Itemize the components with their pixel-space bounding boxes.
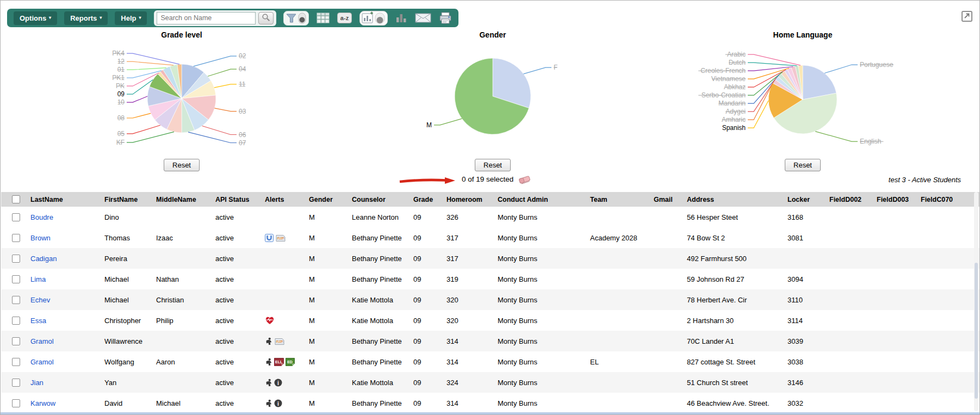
cell-address: 827 cottage St. Street <box>684 351 784 372</box>
cell-first: Willawrence <box>101 331 153 351</box>
print-icon[interactable] <box>439 12 452 24</box>
mail-icon[interactable] <box>415 13 431 23</box>
cell-homeroom: 314 <box>443 351 494 372</box>
figure-alert-icon[interactable] <box>265 399 272 407</box>
expand-window-button[interactable] <box>962 11 972 22</box>
student-link[interactable]: Echev <box>30 296 50 304</box>
student-link[interactable]: Jian <box>30 379 44 387</box>
info-alert-icon[interactable]: i <box>274 379 282 387</box>
cell-last: Brown <box>27 227 101 248</box>
flep-icon[interactable]: FLEP <box>275 234 286 242</box>
row-checkbox[interactable] <box>12 358 20 366</box>
scrollbar-thumb[interactable] <box>975 263 978 399</box>
options-menu-button[interactable]: Options ▾ <box>14 11 57 25</box>
reset-gender-button[interactable]: Reset <box>475 159 511 171</box>
column-header-last[interactable]: LastName <box>27 192 101 207</box>
svg-text:i: i <box>277 400 279 406</box>
filter-toggle-icon[interactable] <box>283 11 309 26</box>
bar-chart-icon[interactable] <box>395 13 407 23</box>
column-header-conduct_admin[interactable]: Conduct Admin <box>494 192 587 207</box>
red-arrow-indicator <box>399 177 456 187</box>
table-row: GramolWolfgangAaronactiveELLEDMBethany P… <box>1 351 980 372</box>
column-header-team[interactable]: Team <box>587 192 650 207</box>
table-grid-icon[interactable] <box>317 13 330 23</box>
cell-counselor: Bethany Pinette <box>349 351 410 372</box>
cell-fieldc070 <box>917 372 980 393</box>
student-link[interactable]: Brown <box>30 234 51 242</box>
column-header-middle[interactable]: MiddleName <box>153 192 212 207</box>
help-menu-button[interactable]: Help ▾ <box>115 11 147 25</box>
row-checkbox[interactable] <box>12 317 20 325</box>
reset-grade-level-button[interactable]: Reset <box>164 159 200 171</box>
row-checkbox[interactable] <box>12 234 20 242</box>
student-link[interactable]: Karwow <box>30 399 55 407</box>
sort-az-icon[interactable]: a-z <box>337 13 352 23</box>
column-header-locker[interactable]: Locker <box>784 192 826 207</box>
cell-last: Lima <box>27 269 101 289</box>
figure-alert-icon[interactable] <box>265 379 272 387</box>
reports-menu-button[interactable]: Reports ▾ <box>64 11 108 25</box>
student-link[interactable]: Cadigan <box>30 255 57 263</box>
cell-first: Thomas <box>101 227 153 248</box>
row-checkbox[interactable] <box>12 213 20 221</box>
figure-alert-icon[interactable] <box>265 358 272 366</box>
column-header-fieldc070[interactable]: FieldC070 <box>917 192 980 207</box>
cell-counselor: Katie Mottola <box>349 310 410 331</box>
column-header-grade[interactable]: Grade <box>410 192 443 207</box>
cell-gmail <box>650 351 684 372</box>
pie-label-m[interactable]: M <box>426 121 432 129</box>
pie-label-09[interactable]: 09 <box>117 90 125 98</box>
flep-icon[interactable]: FLEP <box>274 337 285 345</box>
cell-locker <box>784 248 826 269</box>
cell-locker: 3114 <box>784 310 826 331</box>
cell-api_status: active <box>212 207 262 227</box>
student-link[interactable]: Gramol <box>30 337 54 345</box>
column-header-counselor[interactable]: Counselor <box>349 192 410 207</box>
cell-conduct_admin: Monty Burns <box>494 331 587 351</box>
column-header-homeroom[interactable]: Homeroom <box>443 192 494 207</box>
cell-grade: 09 <box>410 351 443 372</box>
pie-label-spanish[interactable]: Spanish <box>722 124 746 132</box>
figure-alert-icon[interactable] <box>265 337 272 345</box>
row-checkbox[interactable] <box>12 255 20 263</box>
cell-locker: 3032 <box>784 393 826 413</box>
search-input[interactable] <box>157 12 256 24</box>
chart-add-toggle-icon[interactable] <box>359 11 388 26</box>
select-all-checkbox[interactable] <box>12 195 20 203</box>
info-alert-icon[interactable]: i <box>274 399 282 407</box>
ell-badge-icon[interactable]: ELL <box>274 358 284 366</box>
column-header-first[interactable]: FirstName <box>101 192 153 207</box>
row-checkbox[interactable] <box>12 296 20 304</box>
cell-conduct_admin: Monty Burns <box>494 310 587 331</box>
cell-select <box>1 393 27 413</box>
ed-badge-icon[interactable]: ED <box>286 358 295 366</box>
medical-alert-icon[interactable] <box>265 316 275 325</box>
reset-home-language-button[interactable]: Reset <box>785 159 821 171</box>
cell-first: Michael <box>101 269 153 289</box>
eraser-icon[interactable] <box>518 175 531 187</box>
column-header-fieldd003[interactable]: FieldD003 <box>873 192 917 207</box>
cell-fieldc070 <box>917 207 980 227</box>
table-row: CadiganPereiraactiveMBethany Pinette0931… <box>1 248 980 269</box>
column-header-alerts[interactable]: Alerts <box>262 192 306 207</box>
column-header-api_status[interactable]: API Status <box>212 192 262 207</box>
student-link[interactable]: Lima <box>30 275 46 283</box>
cell-conduct_admin: Monty Burns <box>494 372 587 393</box>
row-checkbox[interactable] <box>12 275 20 283</box>
column-header-gender[interactable]: Gender <box>306 192 349 207</box>
cell-conduct_admin: Monty Burns <box>494 351 587 372</box>
row-checkbox[interactable] <box>12 379 20 387</box>
selection-status-text: 0 of 19 selected <box>462 175 513 183</box>
column-header-address[interactable]: Address <box>684 192 784 207</box>
student-link[interactable]: Gramol <box>30 358 54 366</box>
row-checkbox[interactable] <box>12 399 20 407</box>
column-header-fieldd002[interactable]: FieldD002 <box>826 192 873 207</box>
student-link[interactable]: Boudre <box>30 213 53 221</box>
cell-fieldd002 <box>826 289 873 310</box>
column-header-gmail[interactable]: Gmail <box>650 192 684 207</box>
vertical-scrollbar[interactable] <box>974 192 978 411</box>
search-button[interactable] <box>258 12 274 24</box>
student-link[interactable]: Essa <box>30 317 46 325</box>
u-alert-icon[interactable] <box>265 234 274 242</box>
row-checkbox[interactable] <box>12 337 20 345</box>
